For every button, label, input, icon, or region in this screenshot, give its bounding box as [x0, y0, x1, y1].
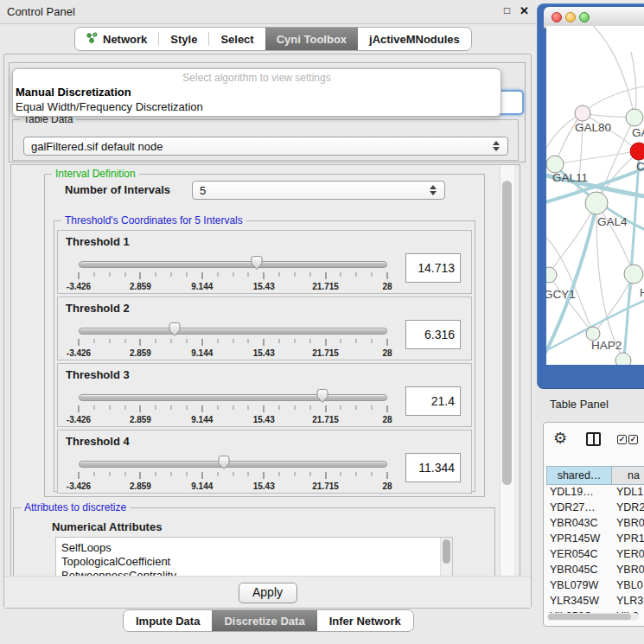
node-gcy1: [546, 267, 557, 283]
column-header-shared-name[interactable]: shared…: [546, 466, 612, 485]
table-row[interactable]: YBR045CYBR0: [546, 563, 644, 578]
cell-shared-name: YDR27…: [550, 501, 596, 513]
label-hap2: HAP2: [591, 339, 622, 352]
slider-thumb[interactable]: [316, 388, 329, 404]
apply-button[interactable]: Apply: [239, 583, 297, 603]
attribute-list-item[interactable]: SelfLoops: [61, 541, 452, 555]
network-icon: [86, 32, 98, 46]
tab-infer-network[interactable]: Infer Network: [317, 610, 413, 631]
minimize-traffic-light-icon[interactable]: [565, 12, 576, 22]
tick-mark: [264, 272, 265, 279]
tab-cyni-toolbox[interactable]: Cyni Toolbox: [265, 28, 358, 50]
tick-mark: [140, 405, 141, 412]
cell-shared-name: YPR145W: [550, 532, 600, 545]
slider-thumb[interactable]: [217, 455, 230, 470]
table-row[interactable]: YDR27…YDR2: [546, 501, 644, 516]
tab-discretize-data[interactable]: Discretize Data: [212, 610, 316, 631]
panel-title: Control Panel: [7, 5, 75, 18]
tick-mark: [124, 272, 125, 277]
control-panel-tabbar: Network Style Select Cyni Toolbox jActiv…: [74, 27, 472, 51]
tick-mark: [201, 405, 202, 412]
tick-mark: [294, 472, 295, 476]
threshold-value-field[interactable]: 11.344: [405, 453, 461, 482]
threshold-value-field[interactable]: 14.713: [405, 253, 461, 283]
dropdown-option-manual-discretization[interactable]: Manual Discretization: [16, 86, 131, 99]
threshold-slider[interactable]: -3.4262.8599.14415.4321.71528: [79, 322, 387, 356]
tick-mark: [156, 272, 156, 277]
gear-icon[interactable]: ⚙: [553, 430, 567, 447]
tick-label: 9.144: [191, 348, 213, 358]
tab-select-label: Select: [220, 33, 253, 46]
slider-track[interactable]: [79, 461, 387, 468]
tab-network[interactable]: Network: [75, 28, 158, 50]
table-panel-title: Table Panel: [550, 398, 609, 411]
tick-mark: [248, 472, 249, 476]
horizontal-scrollbar-thumb[interactable]: [548, 614, 631, 620]
table-row[interactable]: YBR043CYBR0: [546, 516, 644, 532]
label-right-mid-partial: H: [640, 286, 644, 299]
slider-thumb[interactable]: [168, 322, 181, 337]
tick-label: 2.859: [130, 481, 151, 491]
slider-track[interactable]: [79, 394, 387, 401]
node-gal11: [546, 156, 564, 173]
tab-network-label: Network: [103, 33, 147, 46]
tick-mark: [79, 472, 80, 479]
node-gal4: [585, 192, 608, 214]
table-data-combobox[interactable]: galFiltered.sif default node: [23, 137, 508, 156]
threshold-slider[interactable]: -3.4262.8599.14415.4321.71528: [79, 388, 387, 423]
threshold-label: Threshold 2: [66, 302, 130, 315]
slider-thumb[interactable]: [251, 255, 264, 271]
list-scrollbar[interactable]: [440, 538, 452, 579]
tick-mark: [372, 339, 373, 343]
column-header-name[interactable]: na: [612, 466, 644, 485]
zoom-traffic-light-icon[interactable]: [579, 12, 590, 22]
table-row[interactable]: YLR345WYLR3: [546, 594, 644, 609]
node-bottom-partial: [615, 353, 631, 365]
tick-mark: [279, 339, 280, 343]
close-panel-icon[interactable]: ✕: [520, 4, 529, 17]
threshold-label: Threshold 4: [66, 435, 130, 448]
cell-shared-name: YLR345W: [550, 595, 599, 607]
tab-impute-data[interactable]: Impute Data: [124, 610, 212, 631]
slider-track[interactable]: [79, 261, 387, 268]
cell-name: YBL0: [616, 579, 643, 591]
tab-style[interactable]: Style: [159, 28, 208, 50]
checkbox-icon[interactable]: ✓: [617, 435, 627, 444]
threshold-value-field[interactable]: 6.316: [405, 320, 461, 349]
tick-label: 28: [382, 282, 392, 291]
attribute-list-item[interactable]: TopologicalCoefficient: [61, 555, 452, 569]
tab-select[interactable]: Select: [209, 28, 265, 50]
table-row[interactable]: YDL19…YDL1: [546, 485, 644, 501]
checkbox-icon[interactable]: ✓: [628, 435, 638, 444]
table-row[interactable]: YPR145WYPR1: [546, 532, 644, 547]
columns-icon[interactable]: [586, 432, 601, 446]
threshold-value-field[interactable]: 21.4: [405, 386, 461, 416]
tick-label: -3.426: [67, 282, 91, 291]
spinner-arrows-icon: [493, 141, 500, 151]
float-window-icon[interactable]: □: [504, 4, 510, 16]
horizontal-scrollbar[interactable]: [547, 613, 639, 621]
number-of-intervals-combobox[interactable]: 5: [192, 181, 445, 200]
threshold-slider[interactable]: -3.4262.8599.14415.4321.71528: [79, 255, 387, 290]
tab-jactivemnodules[interactable]: jActiveMNodules: [358, 28, 471, 50]
tick-label: 9.144: [191, 415, 213, 424]
tick-mark: [356, 272, 357, 277]
close-traffic-light-icon[interactable]: [552, 12, 562, 22]
tab-impute-data-label: Impute Data: [136, 615, 200, 628]
network-canvas[interactable]: GAL80 GA C GAL11 GAL4 GCY1 H HAP2: [546, 26, 644, 365]
tick-label: 9.144: [191, 481, 213, 491]
vertical-scrollbar-thumb[interactable]: [502, 181, 512, 485]
table-row[interactable]: YBL079WYBL0: [546, 578, 644, 594]
application-root: Control Panel □ ✕ Network Style Select: [0, 0, 644, 644]
numerical-attributes-list[interactable]: SelfLoopsTopologicalCoefficientBetweenne…: [55, 537, 453, 579]
list-scrollbar-thumb[interactable]: [443, 539, 450, 564]
slider-track[interactable]: [79, 328, 387, 335]
tick-mark: [186, 272, 187, 277]
table-panel-box: ⚙ ✓ ✓ shared… na YDL19…YDL1YDR27…YDR2YBR…: [543, 422, 644, 627]
network-view-window[interactable]: GAL80 GA C GAL11 GAL4 GCY1 H HAP2: [537, 3, 644, 389]
vertical-scrollbar[interactable]: [500, 165, 514, 577]
threshold-slider[interactable]: -3.4262.8599.14415.4321.71528: [79, 455, 387, 489]
table-row[interactable]: YER054CYER0: [546, 547, 644, 563]
slider-ticks: [79, 272, 387, 280]
dropdown-option-equal-width[interactable]: Equal Width/Frequency Discretization: [16, 100, 203, 113]
